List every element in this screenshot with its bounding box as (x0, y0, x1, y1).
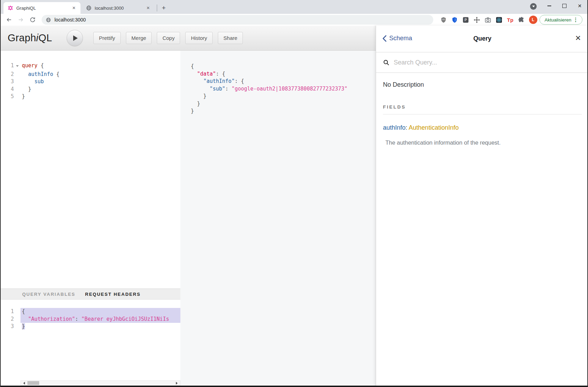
line-number: 5 (1, 93, 14, 101)
minimize-button[interactable] (542, 1, 557, 11)
code-text: "Authorization": "Bearer eyJhbGciOiJSUzI… (20, 316, 180, 323)
globe-icon (46, 17, 51, 23)
update-browser-button[interactable]: Aktualisieren ⋮ (539, 15, 582, 25)
fold-arrow-icon[interactable] (180, 63, 189, 70)
doc-close-icon[interactable]: ✕ (575, 34, 581, 42)
search-icon (383, 59, 390, 66)
execute-query-button[interactable] (67, 30, 83, 46)
line-number: 2 (1, 316, 14, 323)
tp-extension-icon[interactable]: Tp (506, 16, 514, 24)
react-devtools-extension-icon[interactable] (495, 16, 503, 24)
code-line: 3 sub (1, 78, 180, 86)
p-extension-icon[interactable]: P (462, 16, 470, 24)
code-text: } (20, 323, 180, 330)
doc-field-description: The authentication information of the re… (383, 139, 582, 146)
scroll-left-arrow[interactable] (21, 381, 26, 385)
kebab-menu-icon[interactable]: ⋮ (571, 17, 580, 23)
result-pane: { "data": { "authInfo": { "sub": "google… (180, 51, 376, 386)
code-text: authInfo { (20, 71, 180, 78)
code-line: 3} (1, 323, 180, 330)
tab-query-variables[interactable]: QUERY VARIABLES (22, 292, 75, 297)
request-headers-editor[interactable]: 1{2 "Authorization": "Bearer eyJhbGciOiJ… (1, 300, 180, 386)
scrollbar-track[interactable] (26, 381, 175, 385)
query-editor-pane: 1query {2 authInfo {3 sub4 }5} (1, 51, 180, 289)
code-text: } (20, 93, 180, 101)
close-button[interactable]: ✕ (572, 1, 587, 11)
tab-close-icon[interactable]: ✕ (71, 5, 77, 11)
line-number: 2 (1, 71, 14, 78)
doc-field-type[interactable]: AuthenticationInfo (409, 124, 459, 131)
bitwarden-extension-icon[interactable] (451, 16, 459, 24)
play-icon (73, 35, 78, 41)
fold-gutter (180, 93, 189, 100)
code-text: query { (20, 62, 180, 71)
code-text: } (189, 108, 376, 115)
fold-gutter (14, 323, 20, 330)
scroll-right-arrow[interactable] (175, 381, 180, 385)
history-button[interactable]: History (185, 32, 213, 44)
prettify-button[interactable]: Prettify (93, 32, 121, 44)
doc-search-input[interactable] (393, 59, 559, 67)
graphiql-logo: GraphiQL (8, 32, 52, 44)
browser-update-badge-icon[interactable] (530, 3, 537, 10)
address-bar[interactable]: localhost:3000 (42, 15, 433, 25)
query-editor[interactable]: 1query {2 authInfo {3 sub4 }5} (1, 51, 180, 289)
scrollbar-thumb[interactable] (27, 381, 39, 385)
ublock-extension-icon[interactable]: UO (440, 16, 448, 24)
line-number: 3 (1, 323, 14, 330)
new-tab-button[interactable]: + (159, 3, 168, 12)
fold-gutter (180, 85, 189, 93)
doc-no-description: No Description (383, 81, 582, 88)
tab-title: GraphiQL (16, 6, 71, 11)
secondary-editor-tabbar[interactable]: QUERY VARIABLES REQUEST HEADERS (1, 289, 180, 300)
doc-field-name[interactable]: authInfo (383, 124, 406, 131)
fold-arrow-icon[interactable] (180, 70, 189, 78)
doc-field-row: authInfo: AuthenticationInfo (383, 124, 582, 131)
graphql-logo-icon (8, 5, 13, 11)
code-line: } (180, 100, 376, 108)
camera-extension-icon[interactable] (484, 16, 492, 24)
profile-avatar[interactable]: L (529, 16, 537, 24)
fold-gutter (14, 71, 20, 78)
doc-explorer-header: Schema Query ✕ (376, 26, 588, 52)
share-button[interactable]: Share (218, 32, 243, 44)
tab-close-icon[interactable]: ✕ (145, 5, 151, 11)
code-line: 2 authInfo { (1, 71, 180, 78)
extensions-puzzle-icon[interactable] (517, 16, 526, 24)
browser-toolbar: localhost:3000 UO P Tp L Aktualisieren ⋮ (1, 14, 587, 26)
merge-button[interactable]: Merge (126, 32, 152, 44)
tab-localhost[interactable]: localhost:3000 ✕ (82, 2, 155, 14)
code-line: "data": { (180, 70, 376, 78)
code-text: } (20, 86, 180, 93)
reload-button[interactable] (28, 15, 37, 25)
fold-gutter (14, 316, 20, 323)
line-number: 1 (1, 62, 14, 71)
code-line: 1query { (1, 62, 180, 71)
code-text: { (189, 63, 376, 70)
forward-button[interactable] (16, 15, 26, 25)
tab-request-headers[interactable]: REQUEST HEADERS (85, 292, 140, 297)
line-number: 4 (1, 86, 14, 93)
tab-separator (157, 5, 157, 11)
doc-title: Query (376, 35, 588, 42)
maximize-button[interactable] (557, 1, 572, 11)
line-number: 1 (1, 308, 14, 316)
copy-button[interactable]: Copy (157, 32, 180, 44)
browser-tab-strip: GraphiQL ✕ localhost:3000 ✕ + ✕ (1, 0, 587, 14)
tab-graphiql[interactable]: GraphiQL ✕ (3, 2, 80, 14)
code-line: "sub": "google-oauth2|108377380082777232… (180, 85, 376, 93)
line-number: 3 (1, 78, 14, 86)
fold-gutter (14, 93, 20, 101)
back-button[interactable] (4, 15, 14, 25)
code-text: "authInfo": { (189, 78, 376, 85)
code-line: } (180, 108, 376, 115)
move-tool-extension-icon[interactable] (473, 16, 481, 24)
code-line: 5} (1, 93, 180, 101)
code-text: { (20, 308, 180, 316)
horizontal-scrollbar[interactable] (20, 380, 180, 386)
fold-gutter (180, 78, 189, 85)
result-viewer: { "data": { "authInfo": { "sub": "google… (180, 51, 376, 386)
fold-gutter (14, 78, 20, 86)
doc-fields-heading: FIELDS (383, 104, 582, 114)
fold-arrow-icon[interactable] (14, 62, 20, 71)
